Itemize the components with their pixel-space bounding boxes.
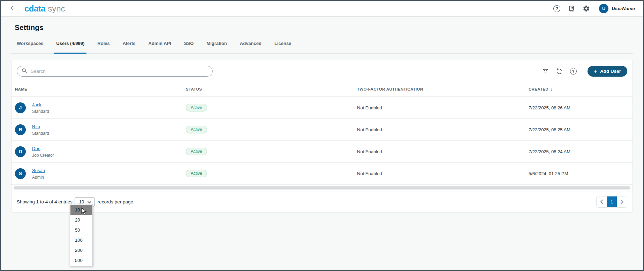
- table-row: R Rita Standard Active Not Enabled 7/22/…: [12, 119, 632, 141]
- table-row: J Jack Standard Active Not Enabled 7/22/…: [12, 97, 632, 119]
- user-role: Job Creator: [32, 153, 54, 158]
- user-name-link[interactable]: Susan: [32, 168, 45, 173]
- user-role: Standard: [32, 109, 49, 114]
- username-label: UserName: [612, 6, 635, 11]
- created-value: 5/6/2024, 01:25 PM: [529, 171, 629, 176]
- tab-migration[interactable]: Migration: [206, 41, 227, 53]
- help-icon[interactable]: ?: [569, 68, 577, 75]
- tab-alerts[interactable]: Alerts: [123, 41, 136, 53]
- records-per-page-dropdown: 10 20 50 100 200 500: [70, 204, 93, 266]
- created-value: 7/22/2025, 08:26 AM: [529, 105, 629, 110]
- dropdown-option-10[interactable]: 10: [70, 205, 92, 215]
- app-window: cdata sync ? U UserName Settings Workspa…: [0, 0, 644, 271]
- user-initial-avatar: S: [15, 168, 26, 179]
- status-badge: Active: [186, 148, 207, 155]
- records-per-page-label: records per page: [98, 199, 133, 204]
- showing-entries-label: Showing 1 to 4 of 4 entries: [17, 199, 73, 204]
- search-box[interactable]: [17, 66, 213, 77]
- tab-roles[interactable]: Roles: [97, 41, 109, 53]
- top-bar: cdata sync ? U UserName: [1, 1, 643, 17]
- tab-workspaces[interactable]: Workspaces: [17, 41, 43, 53]
- users-card: ? + Add User NAME STATUS TWO-FACTOR AUTH…: [11, 60, 633, 212]
- table-row: S Susan Admin Active Not Enabled 5/6/202…: [12, 163, 632, 185]
- column-created[interactable]: CREATED ↓: [529, 86, 629, 92]
- add-user-button[interactable]: + Add User: [588, 66, 627, 77]
- dropdown-option-100[interactable]: 100: [70, 235, 92, 245]
- users-toolbar: ? + Add User: [12, 60, 632, 82]
- created-value: 7/22/2025, 08:24 AM: [529, 149, 629, 154]
- user-name-link[interactable]: Jack: [32, 102, 41, 107]
- user-initial-avatar: J: [15, 102, 26, 113]
- cdata-sync-logo: cdata sync: [24, 4, 65, 14]
- logo-cdata-text: cdata: [24, 4, 45, 14]
- column-twofa[interactable]: TWO-FACTOR AUTHENTICATION: [357, 87, 529, 91]
- twofa-value: Not Enabled: [357, 105, 529, 110]
- settings-tabs: Workspaces Users (4/999) Roles Alerts Ad…: [11, 32, 633, 54]
- dropdown-option-200[interactable]: 200: [70, 245, 92, 255]
- settings-gear-icon[interactable]: [582, 5, 590, 13]
- docs-icon[interactable]: [568, 5, 575, 13]
- column-name[interactable]: NAME: [15, 87, 186, 91]
- filter-icon[interactable]: [541, 68, 549, 75]
- previous-page-button[interactable]: [597, 196, 607, 207]
- table-row: D Don Job Creator Active Not Enabled 7/2…: [12, 141, 632, 163]
- topbar-actions: ? U UserName: [553, 4, 635, 13]
- user-name-link[interactable]: Rita: [32, 124, 40, 129]
- user-role: Admin: [32, 175, 45, 180]
- dropdown-option-50[interactable]: 50: [70, 225, 92, 235]
- pagination: 1: [596, 196, 627, 208]
- table-header: NAME STATUS TWO-FACTOR AUTHENTICATION CR…: [12, 82, 632, 97]
- status-badge: Active: [186, 104, 207, 111]
- add-user-label: Add User: [600, 69, 621, 74]
- twofa-value: Not Enabled: [357, 127, 529, 132]
- plus-icon: +: [594, 68, 597, 75]
- settings-page: Settings Workspaces Users (4/999) Roles …: [1, 23, 643, 212]
- user-avatar: U: [599, 4, 608, 13]
- back-button[interactable]: [9, 4, 17, 13]
- tab-admin-api[interactable]: Admin API: [149, 41, 171, 53]
- tab-advanced[interactable]: Advanced: [240, 41, 262, 53]
- records-select-value: 10: [79, 199, 84, 204]
- search-input[interactable]: [31, 69, 208, 74]
- sort-descending-icon: ↓: [551, 86, 553, 92]
- help-icon[interactable]: ?: [553, 5, 561, 13]
- user-role: Standard: [32, 131, 49, 136]
- status-badge: Active: [186, 170, 207, 177]
- arrow-left-icon: [9, 4, 17, 13]
- current-page-number[interactable]: 1: [607, 196, 617, 207]
- dropdown-option-500[interactable]: 500: [70, 255, 92, 265]
- page-title: Settings: [15, 23, 629, 32]
- refresh-icon[interactable]: [555, 68, 563, 75]
- created-value: 7/22/2025, 08:25 AM: [529, 127, 629, 132]
- next-page-button[interactable]: [617, 196, 627, 207]
- horizontal-scrollbar[interactable]: [14, 186, 630, 189]
- twofa-value: Not Enabled: [357, 149, 529, 154]
- user-menu[interactable]: U UserName: [599, 4, 635, 13]
- status-badge: Active: [186, 126, 207, 133]
- user-initial-avatar: D: [15, 146, 26, 157]
- table-tools: ? + Add User: [541, 66, 627, 77]
- column-status[interactable]: STATUS: [186, 87, 357, 91]
- tab-sso[interactable]: SSO: [184, 41, 194, 53]
- dropdown-option-20[interactable]: 20: [70, 215, 92, 225]
- search-icon: [21, 68, 27, 75]
- user-initial-avatar: R: [15, 124, 26, 135]
- logo-sync-text: sync: [48, 4, 65, 14]
- tab-license[interactable]: License: [274, 41, 291, 53]
- user-name-link[interactable]: Don: [32, 146, 40, 151]
- twofa-value: Not Enabled: [357, 171, 529, 176]
- table-footer: Showing 1 to 4 of 4 entries 10 records p…: [12, 192, 632, 212]
- tab-users[interactable]: Users (4/999): [56, 41, 84, 53]
